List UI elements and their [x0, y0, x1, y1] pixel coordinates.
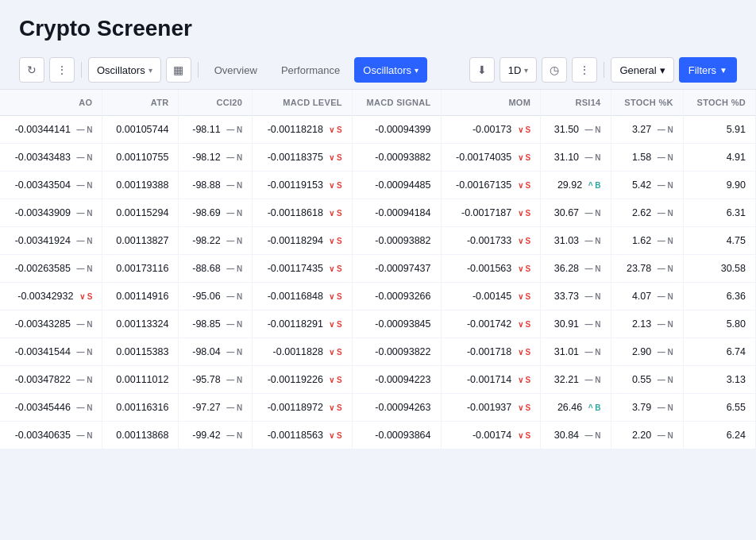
cell-mom: -0.001733 ∨ S: [441, 227, 541, 255]
cell-mom: -0.001714 ∨ S: [441, 366, 541, 394]
general-dropdown-button[interactable]: General ▾: [611, 57, 673, 83]
cell-macd-level: -0.00117435 ∨ S: [253, 255, 353, 283]
cell-macd-level: -0.00118563 ∨ S: [253, 422, 353, 449]
tab-performance-label: Performance: [281, 64, 340, 76]
cell-mom: -0.00174035 ∨ S: [441, 144, 541, 172]
filters-button[interactable]: Filters ▼: [679, 57, 737, 83]
cell-macd-level: -0.00118618 ∨ S: [253, 199, 353, 227]
cell-stoch-d: 6.74: [683, 338, 755, 366]
table-row: -0.00340635 — N0.00113868-99.42 — N-0.00…: [0, 422, 756, 449]
cell-stoch-k: 3.79 — N: [611, 394, 683, 422]
table-row: -0.00342932 ∨ S0.00114916-95.06 — N-0.00…: [0, 283, 756, 310]
col-header-ao: AO: [0, 90, 102, 116]
more-icon: ⋮: [56, 64, 68, 76]
col-header-macd-level: MACD LEVEL: [253, 90, 353, 116]
more-options-button-2[interactable]: ⋮: [572, 57, 597, 83]
cell-atr: 0.00113324: [102, 310, 179, 338]
cell-stoch-k: 2.62 — N: [611, 199, 683, 227]
cell-macd-level: -0.00119153 ∨ S: [253, 172, 353, 199]
table-row: -0.00347822 — N0.00111012-95.78 — N-0.00…: [0, 366, 756, 394]
cell-macd-level: -0.00118972 ∨ S: [253, 394, 353, 422]
cell-ao: -0.00343504 — N: [0, 172, 102, 199]
table-row: -0.00345446 — N0.00116316-97.27 — N-0.00…: [0, 394, 756, 422]
cell-ao: -0.00345446 — N: [0, 394, 102, 422]
cell-macd-signal: -0.00097437: [352, 255, 441, 283]
cell-atr: 0.00113868: [102, 422, 179, 449]
cell-rsi14: 30.67 — N: [541, 199, 611, 227]
refresh-button[interactable]: ↻: [19, 57, 44, 83]
cell-stoch-k: 1.62 — N: [611, 227, 683, 255]
cell-cci20: -98.88 — N: [179, 172, 253, 199]
cell-stoch-k: 23.78 — N: [611, 255, 683, 283]
cell-ao: -0.00344141 — N: [0, 116, 102, 144]
cell-macd-signal: -0.00093882: [352, 227, 441, 255]
tab-performance[interactable]: Performance: [272, 57, 349, 83]
col-header-rsi14: RSI14: [541, 90, 611, 116]
interval-button[interactable]: 1D ▾: [499, 57, 538, 83]
col-header-stoch-d: STOCH %D: [683, 90, 755, 116]
cell-atr: 0.00113827: [102, 227, 179, 255]
table-row: -0.00343504 — N0.00119388-98.88 — N-0.00…: [0, 172, 756, 199]
table-row: -0.00341544 — N0.00115383-98.04 — N-0.00…: [0, 338, 756, 366]
cell-stoch-k: 1.58 — N: [611, 144, 683, 172]
cell-stoch-d: 6.55: [683, 394, 755, 422]
table-row: -0.00341924 — N0.00113827-98.22 — N-0.00…: [0, 227, 756, 255]
cell-rsi14: 30.84 — N: [541, 422, 611, 449]
cell-stoch-k: 3.27 — N: [611, 116, 683, 144]
cell-stoch-k: 2.13 — N: [611, 310, 683, 338]
cell-stoch-d: 4.91: [683, 144, 755, 172]
data-table-container: AO ATR CCI20 MACD LEVEL MACD SIGNAL MOM …: [0, 90, 756, 449]
tab-dropdown-icon: ▾: [415, 66, 418, 75]
cell-cci20: -98.85 — N: [179, 310, 253, 338]
tab-oscillators-label: Oscillators: [363, 64, 411, 76]
col-header-stoch-k: STOCH %K: [611, 90, 683, 116]
cell-macd-level: -0.00119226 ∨ S: [253, 366, 353, 394]
interval-label: 1D: [508, 64, 522, 76]
cell-ao: -0.00343285 — N: [0, 310, 102, 338]
col-header-mom: MOM: [441, 90, 541, 116]
cell-rsi14: 31.50 — N: [541, 116, 611, 144]
cell-stoch-d: 30.58: [683, 255, 755, 283]
oscillators-dropdown-button[interactable]: Oscillators ▾: [88, 57, 161, 83]
general-dropdown-icon: ▾: [660, 64, 665, 76]
cell-stoch-d: 6.36: [683, 283, 755, 310]
cell-macd-level: -0.00116848 ∨ S: [253, 283, 353, 310]
cell-macd-signal: -0.00093845: [352, 310, 441, 338]
cell-cci20: -99.42 — N: [179, 422, 253, 449]
cell-macd-signal: -0.00093822: [352, 338, 441, 366]
cell-ao: -0.00341544 — N: [0, 338, 102, 366]
tab-overview[interactable]: Overview: [205, 57, 267, 83]
cell-mom: -0.001563 ∨ S: [441, 255, 541, 283]
cell-ao: -0.00263585 — N: [0, 255, 102, 283]
cell-rsi14: 29.92 ^ B: [541, 172, 611, 199]
col-header-atr: ATR: [102, 90, 179, 116]
tab-oscillators-active[interactable]: Oscillators ▾: [354, 57, 427, 83]
separator-2: [198, 62, 199, 78]
oscillators-label: Oscillators: [97, 64, 145, 76]
cell-ao: -0.00341924 — N: [0, 227, 102, 255]
chart-view-button[interactable]: ▦: [166, 57, 191, 83]
cell-macd-signal: -0.00093864: [352, 422, 441, 449]
cell-mom: -0.001742 ∨ S: [441, 310, 541, 338]
cell-mom: -0.0017187 ∨ S: [441, 199, 541, 227]
clock-button[interactable]: ◷: [542, 57, 567, 83]
clock-icon: ◷: [550, 64, 559, 76]
download-icon: ⬇: [477, 64, 487, 76]
cell-cci20: -88.68 — N: [179, 255, 253, 283]
cell-stoch-k: 2.90 — N: [611, 338, 683, 366]
download-button[interactable]: ⬇: [469, 57, 495, 83]
table-row: -0.00263585 — N0.00173116-88.68 — N-0.00…: [0, 255, 756, 283]
refresh-icon: ↻: [27, 64, 37, 76]
more-options-button[interactable]: ⋮: [49, 57, 75, 83]
cell-cci20: -98.22 — N: [179, 227, 253, 255]
cell-cci20: -98.12 — N: [179, 144, 253, 172]
cell-mom: -0.00167135 ∨ S: [441, 172, 541, 199]
cell-rsi14: 31.01 — N: [541, 338, 611, 366]
cell-mom: -0.001937 ∨ S: [441, 394, 541, 422]
cell-mom: -0.00173 ∨ S: [441, 116, 541, 144]
cell-rsi14: 31.03 — N: [541, 227, 611, 255]
cell-macd-signal: -0.00093266: [352, 283, 441, 310]
cell-rsi14: 31.10 — N: [541, 144, 611, 172]
cell-rsi14: 33.73 — N: [541, 283, 611, 310]
cell-mom: -0.00174 ∨ S: [441, 422, 541, 449]
